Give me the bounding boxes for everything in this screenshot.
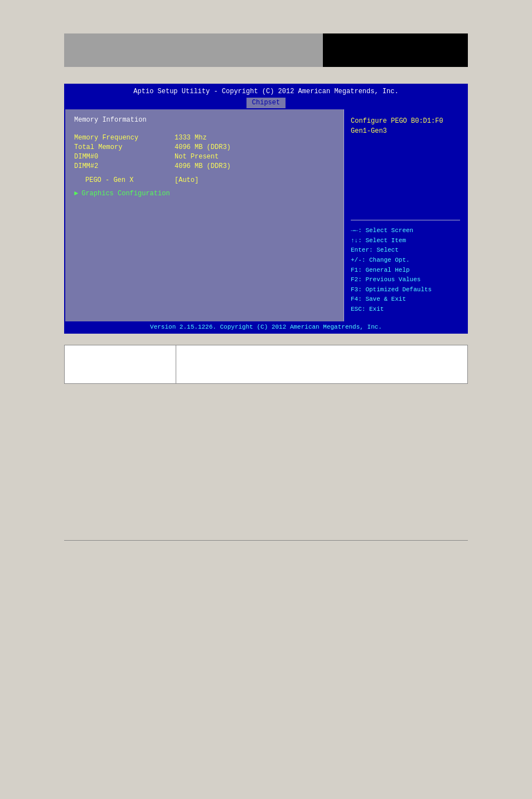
bios-title: Aptio Setup Utility - Copyright (C) 2012… (133, 88, 398, 95)
label-memory-freq: Memory Frequency (74, 134, 175, 142)
page-wrapper: Aptio Setup Utility - Copyright (C) 2012… (0, 33, 532, 799)
top-header (64, 33, 468, 67)
bottom-hr (64, 540, 468, 541)
info-row-dimm0: DIMM#0 Not Present (74, 153, 335, 161)
key-f2-prev: F2: Previous Values (351, 275, 460, 285)
key-enter-select: Enter: Select (351, 246, 460, 256)
info-row-dimm2: DIMM#2 4096 MB (DDR3) (74, 162, 335, 170)
info-row-memory-freq: Memory Frequency 1333 Mhz (74, 134, 335, 142)
peg-value: [Auto] (175, 176, 199, 184)
peg-label: PEGO - Gen X (85, 176, 175, 184)
value-memory-freq: 1333 Mhz (175, 134, 207, 142)
key-select-item: ↑↓: Select Item (351, 236, 460, 246)
key-f4-save: F4: Save & Exit (351, 295, 460, 305)
bios-title-bar: Aptio Setup Utility - Copyright (C) 2012… (65, 85, 467, 109)
bios-right-panel: Configure PEGO B0:D1:F0Gen1-Gen3 →←: Sel… (344, 109, 467, 321)
bottom-table-right (176, 345, 467, 383)
top-header-right (323, 33, 468, 67)
key-f3-defaults: F3: Optimized Defaults (351, 285, 460, 295)
graphics-config-label: Graphics Configuration (81, 190, 170, 198)
section-title: Memory Information (74, 116, 335, 124)
info-row-total-memory: Total Memory 4096 MB (DDR3) (74, 143, 335, 151)
bottom-table-left (65, 345, 176, 383)
divider (351, 220, 460, 220)
key-help: →←: Select Screen ↑↓: Select Item Enter:… (351, 226, 460, 314)
bios-footer: Version 2.15.1226. Copyright (C) 2012 Am… (65, 321, 467, 333)
bios-content: Memory Information Memory Frequency 1333… (65, 109, 467, 321)
value-total-memory: 4096 MB (DDR3) (175, 143, 231, 151)
key-select-screen: →←: Select Screen (351, 226, 460, 236)
arrow-icon: ► (74, 190, 78, 198)
label-dimm0: DIMM#0 (74, 153, 175, 161)
bottom-table (64, 345, 468, 384)
key-f1-help: F1: General Help (351, 266, 460, 276)
key-change-opt: +/-: Change Opt. (351, 256, 460, 266)
bios-left-panel: Memory Information Memory Frequency 1333… (65, 109, 344, 321)
value-dimm0: Not Present (175, 153, 219, 161)
top-header-left (64, 33, 323, 67)
label-total-memory: Total Memory (74, 143, 175, 151)
bios-container: Aptio Setup Utility - Copyright (C) 2012… (64, 84, 468, 334)
help-text: Configure PEGO B0:D1:F0Gen1-Gen3 (351, 116, 460, 215)
label-dimm2: DIMM#2 (74, 162, 175, 170)
value-dimm2: 4096 MB (DDR3) (175, 162, 231, 170)
peg-row: PEGO - Gen X [Auto] (74, 176, 335, 184)
graphics-config-link[interactable]: ► Graphics Configuration (74, 190, 335, 198)
bios-tab[interactable]: Chipset (246, 98, 286, 108)
key-esc-exit: ESC: Exit (351, 305, 460, 315)
bios-footer-text: Version 2.15.1226. Copyright (C) 2012 Am… (150, 324, 382, 330)
